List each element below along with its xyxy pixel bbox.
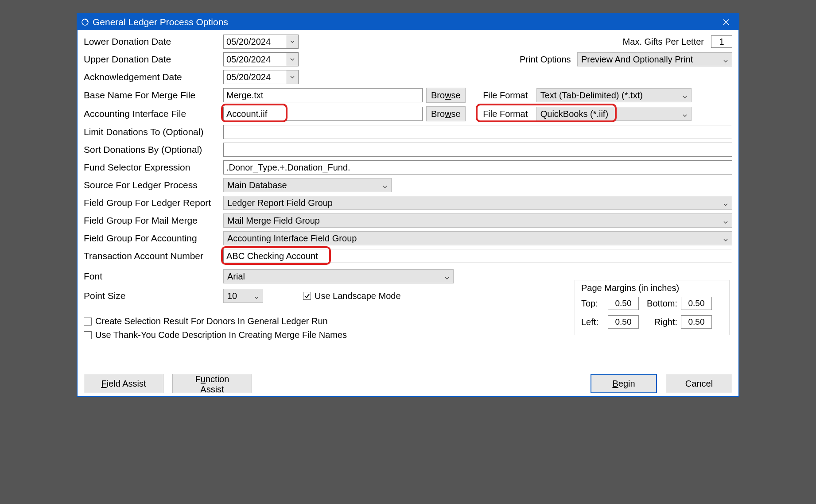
chevron-down-icon bbox=[680, 109, 689, 119]
label-sort: Sort Donations By (Optional) bbox=[84, 144, 223, 155]
close-button[interactable] bbox=[717, 14, 735, 30]
label-print-options: Print Options bbox=[520, 54, 573, 65]
chevron-down-icon bbox=[680, 90, 689, 101]
file-format-2-value: QuickBooks (*.iif) bbox=[540, 109, 680, 119]
fg-acct-value: Accounting Interface Field Group bbox=[227, 233, 721, 244]
thankyou-code-checkbox[interactable] bbox=[84, 331, 92, 339]
margin-left-input[interactable] bbox=[608, 315, 639, 329]
margin-top-input[interactable] bbox=[608, 297, 639, 310]
window-title: General Ledger Process Options bbox=[93, 17, 717, 27]
ack-date-dropdown[interactable] bbox=[286, 70, 298, 84]
label-margin-bottom: Bottom: bbox=[641, 299, 681, 309]
label-source: Source For Ledger Process bbox=[84, 180, 223, 190]
app-icon bbox=[81, 18, 89, 26]
source-dropdown[interactable]: Main Database bbox=[223, 178, 392, 192]
source-value: Main Database bbox=[227, 180, 381, 190]
trans-acct-input[interactable]: ABC Checking Account bbox=[223, 249, 732, 263]
label-file-format-1: File Format bbox=[479, 90, 532, 101]
chevron-down-icon bbox=[290, 58, 295, 61]
label-limit: Limit Donations To (Optional) bbox=[84, 127, 223, 137]
label-point-size: Point Size bbox=[84, 291, 223, 301]
label-lower-date: Lower Donation Date bbox=[84, 36, 223, 47]
browse-acct-button[interactable]: Browse bbox=[426, 106, 466, 121]
margin-right-input[interactable] bbox=[681, 315, 712, 329]
label-fg-acct: Field Group For Accounting bbox=[84, 233, 223, 244]
lower-date-input[interactable]: 05/20/2024 bbox=[223, 35, 299, 49]
print-options-value: Preview And Optionally Print bbox=[581, 54, 721, 65]
chevron-down-icon bbox=[252, 291, 261, 301]
chevron-down-icon bbox=[290, 76, 295, 78]
limit-input[interactable] bbox=[223, 125, 732, 139]
button-bar: Field Assist Function Assist Begin Cance… bbox=[84, 374, 732, 393]
fg-report-dropdown[interactable]: Ledger Report Field Group bbox=[223, 196, 732, 210]
chevron-down-icon bbox=[721, 233, 730, 244]
print-options-dropdown[interactable]: Preview And Optionally Print bbox=[577, 52, 732, 66]
label-max-gifts: Max. Gifts Per Letter bbox=[623, 37, 704, 47]
label-file-format-2: File Format bbox=[479, 109, 532, 119]
label-ack-date: Acknowledgement Date bbox=[84, 72, 223, 82]
dialog-window: General Ledger Process Options Lower Don… bbox=[77, 13, 739, 397]
fg-merge-value: Mail Merge Field Group bbox=[227, 216, 721, 226]
lower-date-value: 05/20/2024 bbox=[224, 37, 286, 47]
acct-file-value: Account.iif bbox=[226, 109, 267, 119]
begin-button[interactable]: Begin bbox=[591, 374, 657, 393]
titlebar: General Ledger Process Options bbox=[78, 14, 738, 30]
label-trans-acct: Transaction Account Number bbox=[84, 251, 223, 261]
fund-sel-input[interactable]: .Donor_Type.+.Donation_Fund. bbox=[223, 160, 732, 174]
margin-bottom-input[interactable] bbox=[681, 297, 712, 310]
landscape-checkbox[interactable] bbox=[303, 292, 311, 300]
upper-date-dropdown[interactable] bbox=[286, 53, 298, 66]
chevron-down-icon bbox=[290, 40, 295, 43]
chevron-down-icon bbox=[443, 271, 451, 282]
cancel-button[interactable]: Cancel bbox=[666, 374, 732, 393]
upper-date-value: 05/20/2024 bbox=[224, 54, 286, 65]
margins-title: Page Margins (in inches) bbox=[581, 283, 723, 293]
label-fg-merge: Field Group For Mail Merge bbox=[84, 215, 223, 226]
label-base-merge: Base Name For Merge File bbox=[84, 90, 223, 101]
trans-acct-value: ABC Checking Account bbox=[226, 251, 318, 261]
fg-merge-dropdown[interactable]: Mail Merge Field Group bbox=[223, 213, 732, 228]
acct-file-input[interactable]: Account.iif bbox=[223, 107, 423, 121]
svg-point-0 bbox=[82, 19, 88, 25]
label-create-selection: Create Selection Result For Donors In Ge… bbox=[95, 316, 328, 326]
lower-date-dropdown[interactable] bbox=[286, 35, 298, 48]
file-format-2-dropdown[interactable]: QuickBooks (*.iif) bbox=[536, 107, 692, 121]
field-assist-button[interactable]: Field Assist bbox=[84, 374, 163, 393]
ack-date-input[interactable]: 05/20/2024 bbox=[223, 70, 299, 84]
function-assist-button[interactable]: Function Assist bbox=[172, 374, 252, 393]
chevron-down-icon bbox=[721, 216, 730, 226]
label-fund-sel: Fund Selector Expression bbox=[84, 162, 223, 173]
sort-input[interactable] bbox=[223, 143, 732, 157]
ack-date-value: 05/20/2024 bbox=[224, 72, 286, 82]
label-margin-left: Left: bbox=[581, 317, 608, 327]
browse-merge-button[interactable]: Browse bbox=[426, 88, 466, 103]
label-margin-top: Top: bbox=[581, 299, 608, 309]
fg-acct-dropdown[interactable]: Accounting Interface Field Group bbox=[223, 231, 732, 245]
file-format-1-dropdown[interactable]: Text (Tab-Delimited) (*.txt) bbox=[536, 88, 692, 102]
chevron-down-icon bbox=[721, 198, 730, 208]
label-font: Font bbox=[84, 271, 223, 282]
base-merge-input[interactable]: Merge.txt bbox=[223, 88, 423, 102]
label-margin-right: Right: bbox=[641, 317, 681, 327]
point-size-value: 10 bbox=[227, 291, 252, 301]
label-landscape: Use Landscape Mode bbox=[315, 291, 401, 301]
point-size-dropdown[interactable]: 10 bbox=[223, 289, 263, 303]
label-upper-date: Upper Donation Date bbox=[84, 54, 223, 65]
file-format-1-value: Text (Tab-Delimited) (*.txt) bbox=[540, 90, 680, 101]
label-acct-file: Accounting Interface File bbox=[84, 109, 223, 119]
fund-sel-value: .Donor_Type.+.Donation_Fund. bbox=[226, 163, 350, 173]
font-dropdown[interactable]: Arial bbox=[223, 269, 454, 283]
dialog-content: Lower Donation Date 05/20/2024 Max. Gift… bbox=[78, 30, 738, 396]
fg-report-value: Ledger Report Field Group bbox=[227, 198, 721, 208]
upper-date-input[interactable]: 05/20/2024 bbox=[223, 52, 299, 66]
label-thankyou-code: Use Thank-You Code Description In Creati… bbox=[95, 330, 347, 340]
label-fg-report: Field Group For Ledger Report bbox=[84, 198, 223, 208]
create-selection-checkbox[interactable] bbox=[84, 318, 92, 326]
page-margins-group: Page Margins (in inches) Top: Bottom: Le… bbox=[575, 280, 730, 335]
chevron-down-icon bbox=[381, 180, 389, 190]
base-merge-value: Merge.txt bbox=[226, 90, 263, 101]
chevron-down-icon bbox=[721, 54, 730, 65]
font-value: Arial bbox=[227, 271, 443, 282]
max-gifts-input[interactable] bbox=[711, 35, 732, 48]
